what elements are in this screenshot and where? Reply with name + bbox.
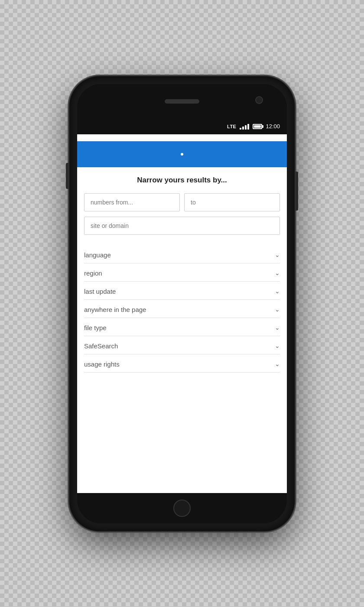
phone-screen: LTE 12:00 Narrow yours (77, 119, 287, 493)
page-title: Narrow yours results by... (77, 176, 287, 185)
chevron-down-icon-file_type: ⌄ (275, 324, 280, 331)
dropdown-label-anywhere: anywhere in the page (84, 306, 146, 313)
header-dot (181, 153, 183, 156)
signal-bar-2 (242, 127, 244, 130)
dropdown-label-region: region (84, 269, 102, 277)
app-content: Narrow yours results by... language⌄regi… (77, 134, 287, 493)
chevron-down-icon-usage_rights: ⌄ (275, 360, 280, 368)
signal-bar-4 (247, 124, 249, 130)
lte-indicator: LTE (227, 124, 236, 129)
numbers-to-input[interactable] (184, 193, 280, 211)
chevron-down-icon-language: ⌄ (275, 251, 280, 259)
home-button[interactable] (173, 500, 191, 517)
signal-strength-icon (240, 123, 249, 130)
number-range-row (84, 193, 280, 211)
status-bar: LTE 12:00 (77, 119, 287, 134)
dropdown-language[interactable]: language⌄ (84, 245, 280, 263)
dropdown-file_type[interactable]: file type⌄ (84, 318, 280, 336)
phone-top-bar (77, 84, 287, 119)
dropdowns-list: language⌄region⌄last update⌄anywhere in … (84, 245, 280, 373)
chevron-down-icon-anywhere: ⌄ (275, 306, 280, 313)
numbers-from-input[interactable] (84, 193, 180, 211)
dropdown-usage_rights[interactable]: usage rights⌄ (84, 354, 280, 373)
front-camera (255, 96, 263, 104)
blue-header-bar (77, 141, 287, 167)
dropdown-anywhere[interactable]: anywhere in the page⌄ (84, 300, 280, 318)
status-time: 12:00 (266, 123, 280, 130)
dropdown-last_update[interactable]: last update⌄ (84, 282, 280, 300)
site-domain-input[interactable] (84, 217, 280, 235)
speaker-grille (165, 99, 199, 104)
dropdown-label-file_type: file type (84, 324, 107, 331)
dropdown-region[interactable]: region⌄ (84, 263, 280, 282)
filter-form: language⌄region⌄last update⌄anywhere in … (77, 193, 287, 373)
phone-screen-container: LTE 12:00 Narrow yours (77, 84, 287, 523)
dropdown-label-language: language (84, 251, 111, 259)
battery-icon (253, 124, 262, 129)
dropdown-safe_search[interactable]: SafeSearch⌄ (84, 336, 280, 354)
chevron-down-icon-region: ⌄ (275, 269, 280, 277)
signal-bar-1 (240, 128, 241, 130)
chevron-down-icon-last_update: ⌄ (275, 288, 280, 295)
phone-device: LTE 12:00 Narrow yours (69, 76, 295, 531)
dropdown-label-safe_search: SafeSearch (84, 342, 118, 350)
signal-bar-3 (245, 125, 247, 130)
chevron-down-icon-safe_search: ⌄ (275, 342, 280, 350)
dropdown-label-usage_rights: usage rights (84, 360, 120, 368)
battery-fill (254, 125, 261, 128)
dropdown-label-last_update: last update (84, 288, 116, 295)
phone-bottom-bar (77, 493, 287, 523)
